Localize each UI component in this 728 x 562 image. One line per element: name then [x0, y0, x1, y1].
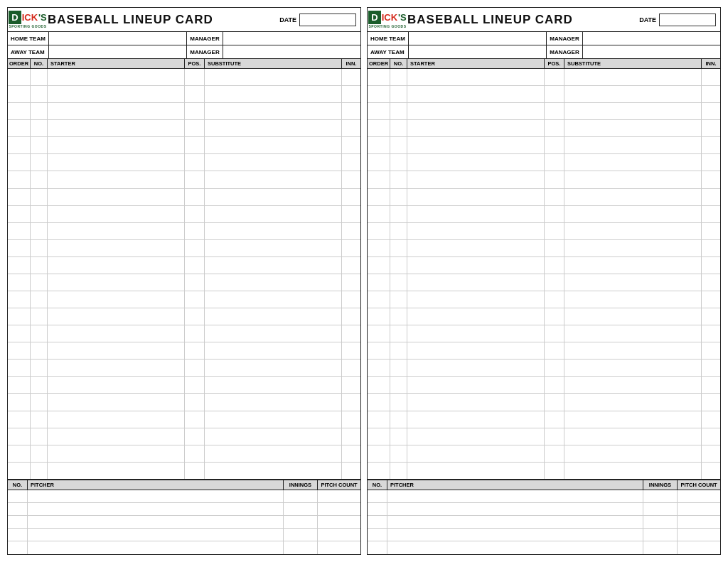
right-pitcher-4-no	[368, 541, 387, 554]
logo-ick-right: ICK	[382, 12, 397, 23]
right-row-22-inn	[702, 445, 720, 462]
right-pitcher-3-name	[387, 529, 643, 541]
left-row-12-order	[8, 274, 31, 291]
logo-ick-left: ICK	[22, 12, 38, 23]
left-manager-label-2: MANAGER	[187, 45, 223, 58]
right-row-8-sub	[564, 206, 702, 222]
right-row-1-order	[368, 86, 390, 102]
right-pitcher-0-no	[368, 490, 387, 502]
left-row-9-pos	[185, 223, 205, 239]
list-item	[8, 516, 360, 529]
left-row-23-pos	[185, 463, 205, 479]
left-row-14-starter	[48, 308, 185, 325]
right-row-8-no	[390, 206, 407, 222]
left-col-order: ORDER	[8, 59, 31, 68]
left-row-9-sub	[205, 223, 342, 239]
right-row-19-starter	[407, 394, 545, 410]
left-row-12-pos	[185, 274, 205, 291]
right-row-17-order	[368, 360, 390, 376]
left-home-team-input[interactable]	[49, 32, 187, 45]
left-row-19-sub	[205, 394, 342, 410]
right-row-16-inn	[702, 342, 720, 359]
left-lineup-grid: ORDER NO. STARTER POS. SUBSTITUTE INN.	[8, 59, 360, 480]
right-row-11-sub	[564, 257, 702, 274]
right-row-16-pos	[545, 342, 564, 359]
right-date-input[interactable]	[659, 13, 716, 26]
left-row-8-no	[31, 206, 48, 222]
left-row-15-pos	[185, 325, 205, 342]
right-header: D ICK 'S SPORTING GOODS BASEBALL LINEUP …	[368, 8, 720, 32]
list-item	[8, 490, 360, 503]
table-row	[368, 308, 720, 325]
left-manager-input-1[interactable]	[223, 32, 360, 45]
left-team-rows: HOME TEAM MANAGER AWAY TEAM MANAGER	[8, 32, 360, 59]
right-row-3-order	[368, 120, 390, 136]
left-pitcher-4-name	[28, 541, 284, 554]
right-pitcher-2-no	[368, 516, 387, 528]
left-row-17-no	[31, 360, 48, 376]
left-manager-input-2[interactable]	[223, 45, 360, 58]
left-row-11-no	[31, 257, 48, 274]
left-row-11-starter	[48, 257, 185, 274]
right-manager-input-2[interactable]	[583, 45, 720, 58]
left-row-6-sub	[205, 171, 342, 188]
table-row	[8, 171, 360, 188]
left-row-10-no	[31, 240, 48, 256]
left-row-17-inn	[342, 360, 360, 376]
left-away-team-label: AWAY TEAM	[8, 45, 49, 58]
left-row-18-no	[31, 377, 48, 393]
left-p-col-pitcher: PITCHER	[28, 480, 284, 490]
list-item	[368, 503, 720, 516]
left-pitcher-0-innings	[284, 490, 318, 502]
left-row-22-order	[8, 445, 31, 462]
left-row-11-order	[8, 257, 31, 274]
right-manager-label-2: MANAGER	[547, 45, 582, 58]
left-date-label: DATE	[279, 16, 296, 23]
right-row-1-pos	[545, 86, 564, 102]
right-row-7-pos	[545, 189, 564, 205]
left-row-1-starter	[48, 86, 185, 102]
left-date-input[interactable]	[299, 13, 356, 26]
left-row-12-sub	[205, 274, 342, 291]
right-row-10-pos	[545, 240, 564, 256]
table-row	[8, 360, 360, 377]
table-row	[8, 394, 360, 411]
right-row-7-sub	[564, 189, 702, 205]
right-row-11-pos	[545, 257, 564, 274]
left-manager-label-1: MANAGER	[187, 32, 223, 45]
right-manager-input-1[interactable]	[583, 32, 720, 45]
right-lineup-grid: ORDER NO. STARTER POS. SUBSTITUTE INN.	[368, 59, 720, 480]
table-row	[368, 274, 720, 291]
left-pitcher-1-innings	[284, 503, 318, 515]
left-pitcher-4-no	[8, 541, 28, 554]
right-home-team-label: HOME TEAM	[368, 32, 409, 45]
table-row	[8, 206, 360, 223]
right-row-15-pos	[545, 325, 564, 342]
right-p-col-pitch: PITCH COUNT	[678, 480, 720, 490]
left-row-20-no	[31, 411, 48, 428]
right-row-16-starter	[407, 342, 545, 359]
left-row-1-inn	[342, 86, 360, 102]
right-row-14-inn	[702, 308, 720, 325]
right-row-12-sub	[564, 274, 702, 291]
left-row-1-no	[31, 86, 48, 102]
right-away-team-input[interactable]	[409, 45, 547, 58]
left-row-2-starter	[48, 103, 185, 119]
left-row-20-order	[8, 411, 31, 428]
right-row-23-inn	[702, 463, 720, 479]
left-p-col-pitch: PITCH COUNT	[318, 480, 360, 490]
left-row-5-pos	[185, 154, 205, 171]
right-row-17-starter	[407, 360, 545, 376]
right-row-4-starter	[407, 137, 545, 153]
right-row-5-inn	[702, 154, 720, 171]
left-away-team-input[interactable]	[49, 45, 187, 58]
right-row-8-pos	[545, 206, 564, 222]
right-row-16-order	[368, 342, 390, 359]
right-home-team-input[interactable]	[409, 32, 547, 45]
left-pitcher-0-no	[8, 490, 28, 502]
right-away-team-label: AWAY TEAM	[368, 45, 409, 58]
left-row-13-pos	[185, 291, 205, 308]
left-row-14-sub	[205, 308, 342, 325]
table-row	[368, 120, 720, 137]
left-row-6-pos	[185, 171, 205, 188]
